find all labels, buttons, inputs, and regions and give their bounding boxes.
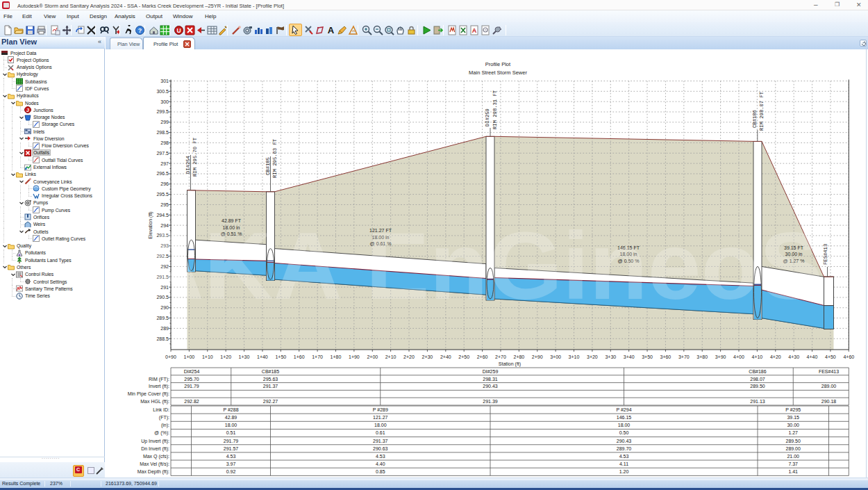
svg-text:CB#186: CB#186 (752, 110, 758, 128)
svg-text:298.31: 298.31 (483, 377, 498, 382)
svg-text:Main Street Storm Sewer: Main Street Storm Sewer (469, 70, 527, 76)
svg-text:3+60: 3+60 (660, 354, 671, 359)
svg-text:298.07: 298.07 (750, 377, 765, 382)
svg-text:1.20: 1.20 (619, 469, 629, 474)
svg-text:@ (%):: @ (%): (154, 430, 169, 436)
svg-text:Up Invert (ft):: Up Invert (ft): (141, 439, 169, 444)
svg-text:1+40: 1+40 (257, 354, 268, 359)
svg-text:Max Q (cfs):: Max Q (cfs): (143, 454, 169, 459)
svg-text:DI#259: DI#259 (485, 108, 490, 126)
svg-text:4+20: 4+20 (770, 354, 781, 359)
svg-text:Link ID:: Link ID: (153, 407, 169, 412)
svg-text:289.00: 289.00 (821, 384, 837, 389)
svg-text:3+70: 3+70 (678, 354, 690, 359)
svg-text:1.41: 1.41 (788, 469, 798, 474)
svg-text:2+30: 2+30 (422, 354, 433, 359)
svg-text:Dn Invert (ft):: Dn Invert (ft): (141, 446, 169, 452)
svg-text:299.5: 299.5 (156, 109, 169, 114)
svg-text:18.00: 18.00 (618, 423, 631, 427)
svg-text:2+70: 2+70 (495, 354, 506, 359)
svg-text:2+10: 2+10 (385, 354, 397, 359)
svg-text:2+60: 2+60 (477, 354, 488, 359)
svg-text:4+50: 4+50 (825, 354, 836, 359)
svg-text:291.79: 291.79 (224, 439, 239, 443)
svg-text:RIM 298.31 FT: RIM 298.31 FT (492, 90, 498, 129)
svg-text:3+20: 3+20 (587, 354, 598, 359)
svg-text:3.97: 3.97 (226, 462, 236, 466)
svg-text:292.27: 292.27 (263, 399, 278, 404)
svg-text:RIM (FT):: RIM (FT): (149, 377, 169, 382)
svg-text:P #288: P #288 (223, 407, 238, 412)
svg-text:2+40: 2+40 (440, 354, 451, 359)
svg-text:289: 289 (160, 326, 169, 331)
svg-text:DI#254: DI#254 (184, 369, 200, 374)
svg-text:7.37: 7.37 (788, 462, 798, 466)
svg-text:P #289: P #289 (373, 407, 388, 412)
svg-text:1+50: 1+50 (275, 354, 286, 359)
svg-text:30.00: 30.00 (787, 423, 799, 427)
svg-text:2+20: 2+20 (403, 354, 415, 359)
svg-text:0.51: 0.51 (226, 430, 236, 435)
svg-text:297.5: 297.5 (156, 151, 169, 156)
svg-text:Min Pipe Cover (ft):: Min Pipe Cover (ft): (128, 391, 169, 397)
svg-text:2+90: 2+90 (532, 354, 543, 359)
svg-text:A: A (472, 27, 477, 34)
svg-text:121.27: 121.27 (373, 415, 388, 420)
svg-text:4.53: 4.53 (619, 454, 629, 459)
svg-text:Max HGL (ft):: Max HGL (ft): (140, 399, 169, 405)
svg-text:295.70: 295.70 (184, 377, 199, 382)
svg-text:300.5: 300.5 (156, 89, 169, 94)
svg-text:295.5: 295.5 (156, 192, 169, 197)
svg-text:4.53: 4.53 (376, 454, 385, 459)
svg-text:1+70: 1+70 (312, 354, 323, 359)
svg-text:291.37: 291.37 (263, 384, 278, 389)
svg-text:288.5: 288.5 (156, 336, 169, 341)
svg-text:0.50: 0.50 (619, 430, 629, 435)
svg-text:296.5: 296.5 (156, 171, 169, 176)
svg-text:1+10: 1+10 (202, 354, 213, 359)
svg-text:1+00: 1+00 (184, 354, 195, 359)
svg-text:1+60: 1+60 (294, 354, 305, 359)
svg-text:290.43: 290.43 (483, 384, 498, 389)
svg-text:3+90: 3+90 (715, 354, 726, 359)
svg-text:21.00: 21.00 (787, 454, 799, 459)
svg-text:CB#186: CB#186 (749, 369, 766, 374)
svg-text:Max Vel (ft/s):: Max Vel (ft/s): (140, 462, 169, 467)
svg-text:3+00: 3+00 (550, 354, 561, 359)
svg-text:18.00: 18.00 (225, 423, 237, 427)
svg-text:42.89: 42.89 (225, 415, 237, 420)
svg-text:3+80: 3+80 (696, 354, 708, 359)
svg-text:4.53: 4.53 (226, 454, 236, 459)
svg-text:3+10: 3+10 (569, 354, 580, 359)
svg-text:?: ? (138, 27, 142, 34)
svg-text:146.15: 146.15 (617, 415, 632, 420)
svg-text:CB#185: CB#185 (262, 369, 279, 374)
svg-text:291.37: 291.37 (373, 439, 388, 443)
svg-text:0.61: 0.61 (376, 430, 385, 435)
svg-text:1+30: 1+30 (239, 354, 250, 359)
svg-text:Profile Plot: Profile Plot (485, 61, 511, 67)
svg-text:J: J (26, 108, 29, 113)
svg-text:1+80: 1+80 (331, 354, 342, 359)
svg-text:0.92: 0.92 (226, 469, 236, 474)
svg-text:3+50: 3+50 (642, 354, 653, 359)
svg-text:289.50: 289.50 (750, 384, 765, 389)
svg-text:FES#413: FES#413 (819, 369, 839, 374)
svg-text:39.15: 39.15 (787, 415, 799, 420)
svg-text:P #295: P #295 (785, 407, 801, 412)
svg-text:4.40: 4.40 (376, 462, 385, 466)
svg-text:4+60: 4+60 (843, 354, 854, 359)
svg-text:P #294: P #294 (616, 407, 631, 412)
svg-text:U: U (176, 27, 181, 34)
svg-text:290.63: 290.63 (373, 446, 388, 451)
svg-text:CB#185: CB#185 (265, 157, 271, 175)
svg-text:2+80: 2+80 (514, 354, 525, 359)
svg-text:DI#254: DI#254 (185, 156, 191, 174)
svg-text:Max Depth (ft):: Max Depth (ft): (137, 469, 169, 475)
svg-text:Station (ft): Station (ft) (499, 361, 521, 367)
svg-text:291.13: 291.13 (750, 399, 765, 404)
svg-text:(FT):: (FT): (159, 415, 169, 420)
svg-text:0.85: 0.85 (376, 469, 385, 474)
svg-text:4.11: 4.11 (619, 462, 628, 466)
svg-text:2+50: 2+50 (458, 354, 469, 359)
